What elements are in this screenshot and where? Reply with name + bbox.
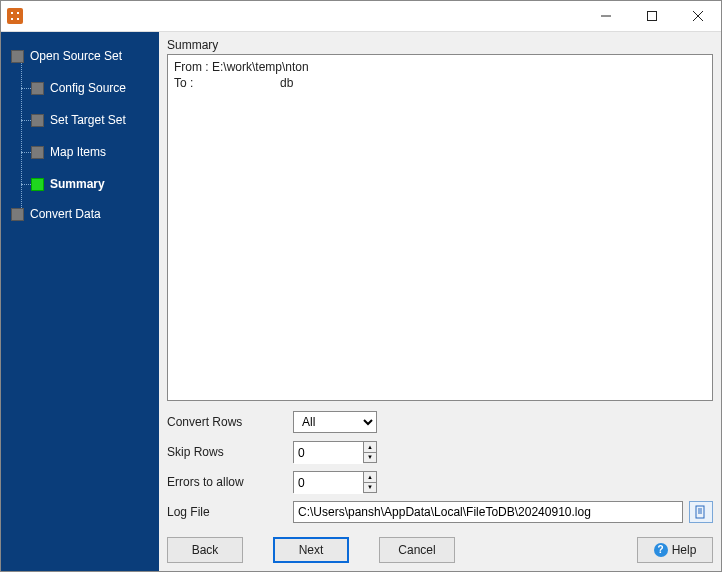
sidebar-item-config-source[interactable]: Config Source	[31, 76, 159, 100]
next-button[interactable]: Next	[273, 537, 349, 563]
log-file-label: Log File	[167, 505, 293, 519]
minimize-button[interactable]	[583, 1, 629, 31]
help-icon: ?	[654, 543, 668, 557]
sidebar-item-summary[interactable]: Summary	[31, 172, 159, 196]
wizard-sidebar: Open Source Set Config Source Set Target…	[1, 32, 159, 571]
sidebar-item-map-items[interactable]: Map Items	[31, 140, 159, 164]
skip-rows-input[interactable]	[294, 442, 363, 464]
title-bar	[1, 1, 721, 31]
help-button-label: Help	[672, 543, 697, 557]
spinner-up-icon[interactable]: ▲	[364, 472, 376, 483]
window-controls	[583, 1, 721, 31]
app-window: Open Source Set Config Source Set Target…	[0, 0, 722, 572]
cancel-button-label: Cancel	[398, 543, 435, 557]
maximize-button[interactable]	[629, 1, 675, 31]
log-file-input[interactable]	[293, 501, 683, 523]
cancel-button[interactable]: Cancel	[379, 537, 455, 563]
back-button[interactable]: Back	[167, 537, 243, 563]
client-area: Open Source Set Config Source Set Target…	[1, 31, 721, 571]
spinner-up-icon[interactable]: ▲	[364, 442, 376, 453]
sidebar-item-convert-data[interactable]: Convert Data	[11, 202, 159, 226]
sidebar-item-label: Open Source Set	[30, 49, 122, 63]
next-button-label: Next	[299, 543, 324, 557]
wizard-button-row: Back Next Cancel ? Help	[167, 537, 713, 563]
maximize-icon	[647, 11, 657, 21]
document-icon	[694, 505, 708, 519]
summary-heading: Summary	[167, 38, 713, 52]
sidebar-item-open-source-set[interactable]: Open Source Set	[11, 44, 159, 68]
tree-connector	[21, 56, 22, 216]
sidebar-item-label: Summary	[50, 177, 105, 191]
errors-to-allow-label: Errors to allow	[167, 475, 293, 489]
sidebar-item-label: Set Target Set	[50, 113, 126, 127]
back-button-label: Back	[192, 543, 219, 557]
sidebar-item-label: Map Items	[50, 145, 106, 159]
convert-rows-select[interactable]: All	[293, 411, 377, 433]
step-box-icon	[31, 114, 44, 127]
skip-rows-label: Skip Rows	[167, 445, 293, 459]
browse-log-button[interactable]	[689, 501, 713, 523]
close-icon	[693, 11, 703, 21]
convert-rows-label: Convert Rows	[167, 415, 293, 429]
errors-to-allow-spinner[interactable]: ▲ ▼	[293, 471, 377, 493]
step-box-icon	[31, 146, 44, 159]
sidebar-item-label: Config Source	[50, 81, 126, 95]
summary-textarea[interactable]: From : E:\work\temp\nton To : db	[167, 54, 713, 401]
step-box-icon	[11, 50, 24, 63]
svg-rect-4	[696, 506, 704, 518]
errors-to-allow-input[interactable]	[294, 472, 363, 494]
app-icon	[7, 8, 23, 24]
spinner-down-icon[interactable]: ▼	[364, 483, 376, 493]
spinner-down-icon[interactable]: ▼	[364, 453, 376, 463]
svg-rect-1	[648, 12, 657, 21]
sidebar-item-label: Convert Data	[30, 207, 101, 221]
step-box-icon	[31, 82, 44, 95]
main-panel: Summary From : E:\work\temp\nton To : db…	[159, 32, 721, 571]
close-button[interactable]	[675, 1, 721, 31]
minimize-icon	[601, 11, 611, 21]
options-form: Convert Rows All Skip Rows ▲ ▼	[167, 411, 713, 523]
help-button[interactable]: ? Help	[637, 537, 713, 563]
skip-rows-spinner[interactable]: ▲ ▼	[293, 441, 377, 463]
sidebar-item-set-target-set[interactable]: Set Target Set	[31, 108, 159, 132]
step-box-icon	[31, 178, 44, 191]
step-box-icon	[11, 208, 24, 221]
